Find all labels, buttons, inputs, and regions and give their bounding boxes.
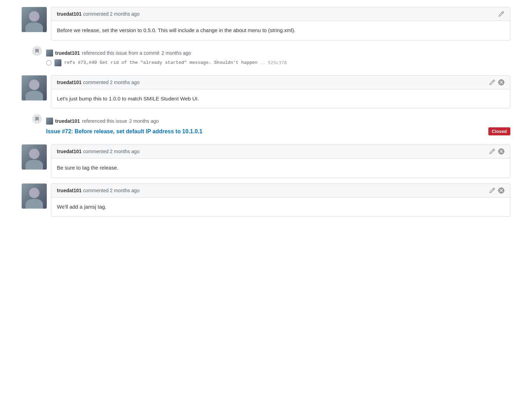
comment-timestamp-3: commented 2 months ago (83, 149, 140, 154)
bookmark-icon-2 (32, 114, 42, 124)
close-icon-4[interactable] (498, 187, 504, 194)
edit-icon-4[interactable] (489, 187, 495, 194)
comment-header-2: truedat101 commented 2 months ago (51, 76, 510, 89)
ref-action-2: referenced this issue (82, 118, 127, 124)
commit-ellipsis-1: … (260, 60, 265, 65)
comment-box-2: truedat101 commented 2 months ago Let's … (51, 75, 510, 109)
comment-item-1: truedat101 commented 2 months ago Before… (22, 7, 510, 40)
edit-icon-3[interactable] (489, 148, 495, 155)
comment-body-4: We'll add a jamsj tag. (51, 197, 510, 217)
avatar-3 (22, 144, 47, 170)
edit-icon-2[interactable] (489, 79, 495, 85)
closed-badge-2: Closed (488, 127, 510, 135)
comment-box-3: truedat101 commented 2 months ago Be sur… (51, 144, 510, 178)
comment-body-2: Let's just bump this to 1.0.0 to match S… (51, 89, 510, 109)
ref-action-1: referenced this issue from a commit (82, 50, 160, 56)
avatar-1 (22, 7, 47, 32)
comment-author-4: truedat101 (57, 188, 82, 193)
reference-item-1: truedat101 referenced this issue from a … (22, 46, 510, 70)
comment-header-1: truedat101 commented 2 months ago (51, 7, 510, 21)
comment-body-1: Before we release, set the version to 0.… (51, 21, 510, 40)
ref-author-1: truedat101 (55, 50, 80, 56)
comment-item-3: truedat101 commented 2 months ago Be sur… (22, 144, 510, 178)
ref-author-2: truedat101 (55, 118, 80, 124)
commit-hash-1: 525c378 (268, 60, 287, 65)
commit-avatar-1 (54, 59, 61, 66)
comment-timestamp-4: commented 2 months ago (83, 188, 140, 193)
ref-commit-1: refs #73,#40 Get rid of the "already sta… (46, 59, 510, 66)
bookmark-icon-1 (32, 46, 42, 56)
ref-timestamp-1: 2 months ago (162, 50, 191, 56)
ref-avatar-2 (46, 118, 53, 125)
timeline: truedat101 commented 2 months ago Before… (22, 7, 510, 217)
comment-author-1: truedat101 (57, 11, 82, 17)
comment-body-3: Be sure to tag the release. (51, 158, 510, 178)
comment-box-1: truedat101 commented 2 months ago Before… (51, 7, 510, 40)
reference-item-2: truedat101 referenced this issue 2 month… (22, 114, 510, 139)
commit-dot-1 (46, 60, 52, 66)
ref-timestamp-2: 2 months ago (129, 118, 159, 124)
comment-author-2: truedat101 (57, 80, 82, 85)
comment-item-4: truedat101 commented 2 months ago We'll … (22, 184, 510, 217)
avatar-2 (22, 75, 47, 100)
comment-header-3: truedat101 commented 2 months ago (51, 145, 510, 158)
ref-issue-link-2[interactable]: Issue #72: Before release, set default I… (46, 128, 202, 135)
commit-message-1: refs #73,#40 Get rid of the "already sta… (64, 60, 258, 65)
comment-timestamp-1: commented 2 months ago (83, 11, 140, 17)
comment-author-3: truedat101 (57, 149, 82, 154)
comment-box-4: truedat101 commented 2 months ago We'll … (51, 184, 510, 217)
comment-header-4: truedat101 commented 2 months ago (51, 184, 510, 197)
close-icon-3[interactable] (498, 148, 504, 155)
ref-issue-row-2: Issue #72: Before release, set default I… (46, 127, 510, 135)
comment-timestamp-2: commented 2 months ago (83, 80, 140, 85)
comment-item-2: truedat101 commented 2 months ago Let's … (22, 75, 510, 109)
ref-content-2: truedat101 referenced this issue 2 month… (46, 114, 510, 139)
close-icon-2[interactable] (498, 79, 504, 85)
ref-avatar-1 (46, 50, 53, 57)
edit-icon-1[interactable] (498, 11, 504, 17)
ref-content-1: truedat101 referenced this issue from a … (46, 46, 510, 70)
avatar-4 (22, 184, 47, 209)
